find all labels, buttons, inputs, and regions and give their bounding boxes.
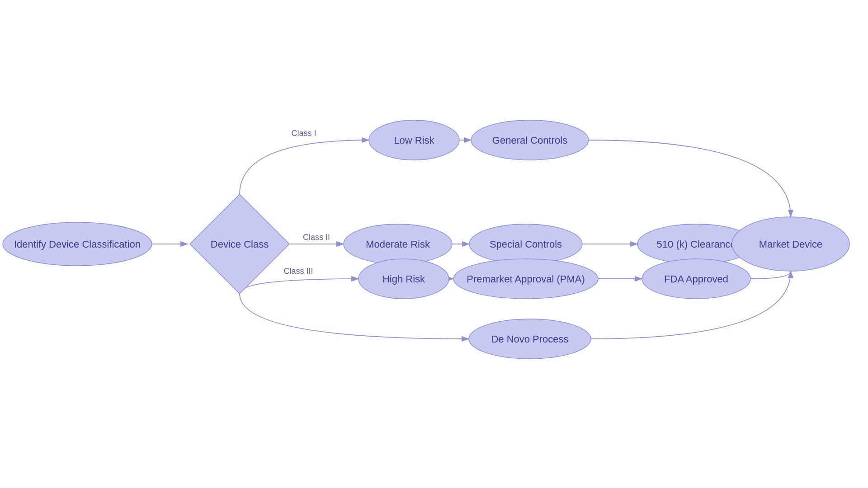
node-fda-approved-label: FDA Approved [664, 273, 728, 285]
class-iii-label: Class III [283, 267, 313, 276]
edge-deviceclass-to-highrisk [240, 279, 359, 294]
flowchart-diagram: Class I Class II Class III Identify Devi… [0, 0, 868, 488]
node-low-risk-label: Low Risk [394, 135, 434, 146]
node-special-controls-label: Special Controls [490, 239, 562, 250]
node-market-device-label: Market Device [759, 239, 823, 250]
node-de-novo-process-label: De Novo Process [491, 333, 568, 345]
node-510k-clearance-label: 510 (k) Clearance [657, 239, 736, 250]
edge-deviceclass-to-lowrisk [240, 140, 369, 194]
node-identify-label: Identify Device Classification [14, 239, 141, 250]
edge-generalcontrols-to-marketdevice [589, 140, 791, 217]
node-high-risk-label: High Risk [382, 273, 425, 285]
edge-fdaapproved-to-marketdevice [750, 271, 791, 279]
node-moderate-risk-label: Moderate Risk [366, 239, 430, 250]
node-general-controls-label: General Controls [492, 135, 567, 146]
class-ii-label: Class II [303, 233, 330, 242]
class-i-label: Class I [291, 129, 316, 138]
node-device-class-label: Device Class [211, 239, 269, 250]
node-premarket-approval-label: Premarket Approval (PMA) [467, 273, 585, 285]
edge-deviceclass-to-denovoprocess [240, 294, 469, 339]
